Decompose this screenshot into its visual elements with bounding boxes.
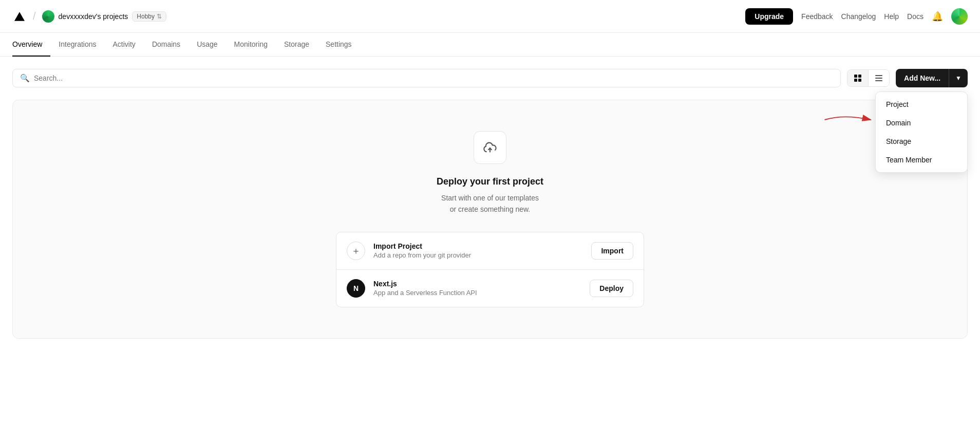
svg-rect-2 <box>854 79 857 82</box>
upgrade-button[interactable]: Upgrade <box>745 8 793 25</box>
empty-state: Deploy your first project Start with one… <box>12 100 968 339</box>
svg-rect-1 <box>858 75 861 78</box>
tab-overview[interactable]: Overview <box>12 33 50 57</box>
header: / devxxxxdev's projects Hobby ⇅ Upgrade … <box>0 0 980 33</box>
svg-rect-4 <box>875 75 882 76</box>
import-desc: Add a repo from your git provider <box>373 251 583 259</box>
add-new-label: Add New... <box>896 69 949 87</box>
changelog-button[interactable]: Changelog <box>841 12 876 21</box>
import-icon: ＋ <box>347 242 365 260</box>
feedback-button[interactable]: Feedback <box>801 12 833 21</box>
tab-activity[interactable]: Activity <box>105 33 144 57</box>
nav-tabs: Overview Integrations Activity Domains U… <box>0 33 980 57</box>
nextjs-text: Next.js App and a Serverless Function AP… <box>373 280 581 297</box>
tab-storage[interactable]: Storage <box>276 33 317 57</box>
deploy-icon <box>474 131 506 164</box>
search-icon: 🔍 <box>20 74 30 83</box>
docs-button[interactable]: Docs <box>907 12 924 21</box>
tab-usage[interactable]: Usage <box>189 33 225 57</box>
team-avatar <box>42 10 54 23</box>
option-cards: ＋ Import Project Add a repo from your gi… <box>336 232 644 307</box>
toolbar: 🔍 Add New... <box>12 69 968 87</box>
import-text: Import Project Add a repo from your git … <box>373 242 583 259</box>
tab-domains[interactable]: Domains <box>144 33 189 57</box>
import-title: Import Project <box>373 242 583 250</box>
notifications-icon[interactable]: 🔔 <box>932 11 943 22</box>
arrow-indicator <box>821 112 882 127</box>
add-new-dropdown: Project Domain Storage Team Member <box>875 91 968 173</box>
header-right: Upgrade Feedback Changelog Help Docs 🔔 <box>745 8 968 25</box>
dropdown-item-team-member[interactable]: Team Member <box>876 151 967 169</box>
plan-chevron-icon: ⇅ <box>157 13 162 20</box>
nextjs-icon: N <box>347 279 365 298</box>
import-button[interactable]: Import <box>591 242 633 260</box>
add-new-button[interactable]: Add New... ▼ <box>896 69 968 87</box>
svg-rect-5 <box>875 78 882 79</box>
empty-state-title: Deploy your first project <box>437 176 543 187</box>
vercel-logo[interactable] <box>12 9 27 24</box>
dropdown-item-storage[interactable]: Storage <box>876 132 967 151</box>
option-import: ＋ Import Project Add a repo from your gi… <box>336 232 644 270</box>
option-nextjs: N Next.js App and a Serverless Function … <box>336 270 644 307</box>
svg-rect-3 <box>858 79 861 82</box>
dropdown-item-domain[interactable]: Domain <box>876 114 967 132</box>
header-separator: / <box>33 10 36 22</box>
tab-integrations[interactable]: Integrations <box>50 33 104 57</box>
user-avatar[interactable] <box>951 8 968 25</box>
plan-badge[interactable]: Hobby ⇅ <box>132 11 166 22</box>
list-view-button[interactable] <box>868 70 889 86</box>
nextjs-title: Next.js <box>373 280 581 288</box>
add-new-wrap: Add New... ▼ Project Domain Storage Team… <box>896 69 968 87</box>
tab-monitoring[interactable]: Monitoring <box>226 33 276 57</box>
grid-view-button[interactable] <box>847 70 868 86</box>
main-content: 🔍 Add New... <box>0 57 980 351</box>
search-input[interactable] <box>34 74 833 82</box>
help-button[interactable]: Help <box>884 12 899 21</box>
team-name[interactable]: devxxxxdev's projects <box>59 12 128 21</box>
add-new-dropdown-icon: ▼ <box>949 69 968 87</box>
search-box: 🔍 <box>12 69 841 87</box>
deploy-button[interactable]: Deploy <box>590 280 633 297</box>
dropdown-item-project[interactable]: Project <box>876 95 967 114</box>
nextjs-desc: App and a Serverless Function API <box>373 289 581 297</box>
header-left: / devxxxxdev's projects Hobby ⇅ <box>12 9 739 24</box>
empty-state-subtitle: Start with one of our templates or creat… <box>441 192 539 215</box>
view-toggle <box>847 69 890 87</box>
svg-rect-6 <box>875 80 882 81</box>
tab-settings[interactable]: Settings <box>317 33 360 57</box>
svg-rect-0 <box>854 75 857 78</box>
